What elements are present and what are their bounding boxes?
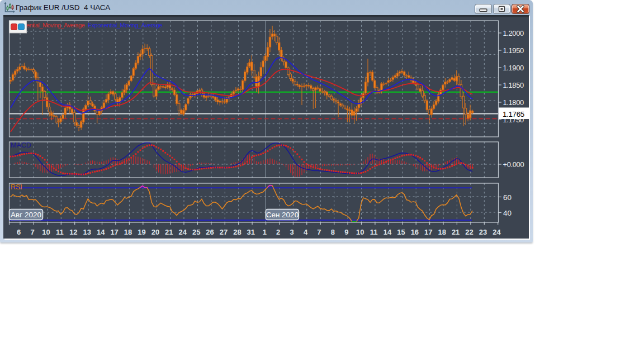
svg-text:21: 21 xyxy=(452,228,460,236)
svg-text:25: 25 xyxy=(192,228,200,236)
svg-text:1.1800: 1.1800 xyxy=(503,98,524,107)
svg-text:1.1765: 1.1765 xyxy=(503,110,524,118)
svg-text:60: 60 xyxy=(503,193,512,202)
svg-text:13: 13 xyxy=(83,228,91,236)
svg-text:6: 6 xyxy=(17,228,21,236)
svg-text:1.1850: 1.1850 xyxy=(503,81,524,89)
svg-text:18: 18 xyxy=(438,228,446,236)
svg-text:MACD: MACD xyxy=(11,141,31,149)
svg-text:20: 20 xyxy=(151,228,159,236)
svg-text:17: 17 xyxy=(424,228,432,236)
svg-text:17: 17 xyxy=(110,228,118,236)
svg-text:RSI: RSI xyxy=(11,183,22,191)
svg-text:7: 7 xyxy=(317,228,321,236)
svg-text:28: 28 xyxy=(233,228,241,236)
svg-text:10: 10 xyxy=(356,228,364,236)
svg-text:+0.000: +0.000 xyxy=(503,160,524,169)
svg-text:9: 9 xyxy=(344,228,348,236)
svg-text:22: 22 xyxy=(465,228,473,236)
svg-text:27: 27 xyxy=(220,228,228,236)
svg-text:3: 3 xyxy=(290,228,293,236)
svg-text:4: 4 xyxy=(304,228,308,236)
svg-text:7: 7 xyxy=(31,228,35,236)
svg-text:24: 24 xyxy=(179,228,187,236)
svg-text:1.1900: 1.1900 xyxy=(503,64,524,72)
svg-text:12: 12 xyxy=(69,228,77,236)
svg-text:ential_Moving_Average: ential_Moving_Average xyxy=(26,22,85,28)
svg-text:40: 40 xyxy=(503,209,512,217)
svg-text:26: 26 xyxy=(206,228,214,236)
svg-text:23: 23 xyxy=(479,228,487,236)
svg-text:2: 2 xyxy=(276,228,280,236)
svg-text:1.1950: 1.1950 xyxy=(503,46,524,55)
svg-text:14: 14 xyxy=(383,228,392,236)
svg-text:Exponential_Moving_Average: Exponential_Moving_Average xyxy=(88,22,162,28)
svg-text:Авг 2020: Авг 2020 xyxy=(11,211,41,219)
svg-text:11: 11 xyxy=(56,228,64,236)
svg-text:15: 15 xyxy=(397,228,405,236)
svg-text:21: 21 xyxy=(165,228,173,236)
svg-text:18: 18 xyxy=(124,228,132,236)
svg-text:24: 24 xyxy=(493,228,501,236)
svg-text:1: 1 xyxy=(263,228,267,236)
svg-text:Сен 2020: Сен 2020 xyxy=(266,211,299,219)
svg-text:31: 31 xyxy=(247,228,255,236)
svg-text:8: 8 xyxy=(331,228,335,236)
svg-text:19: 19 xyxy=(138,228,145,236)
svg-text:11: 11 xyxy=(370,228,378,236)
svg-text:10: 10 xyxy=(42,228,50,236)
svg-text:14: 14 xyxy=(97,228,105,236)
svg-text:16: 16 xyxy=(411,228,419,236)
svg-text:1.2000: 1.2000 xyxy=(503,29,524,37)
